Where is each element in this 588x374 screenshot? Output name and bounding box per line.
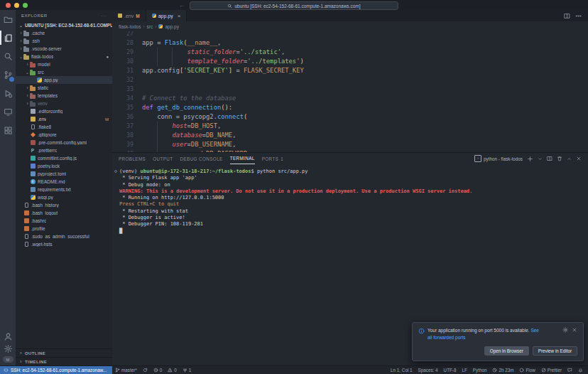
activity-remote-explorer-icon[interactable] xyxy=(0,102,16,121)
new-terminal-icon[interactable] xyxy=(527,156,533,162)
git-status-badge: ● xyxy=(104,55,109,59)
tree-item-app.py[interactable]: app.py xyxy=(16,76,112,84)
command-center[interactable]: ubuntu [SSH: ec2-54-152-68-61.compute-1.… xyxy=(190,1,398,10)
activity-source-control-icon[interactable] xyxy=(0,65,16,84)
status-lf[interactable]: LF xyxy=(459,366,469,374)
activity-extensions-icon[interactable] xyxy=(0,121,16,139)
panel-tab-problems[interactable]: PROBLEMS xyxy=(119,153,146,164)
folder-icon xyxy=(30,62,36,68)
breadcrumb-item[interactable]: flask-todos xyxy=(119,24,141,29)
tree-item-.bash-history[interactable]: .bash_history xyxy=(16,201,112,209)
activity-remote-folder-icon[interactable] xyxy=(0,10,16,28)
tree-item-.vscode-server[interactable]: ›.vscode-server xyxy=(16,45,112,53)
preview-in-editor-button[interactable]: Preview in Editor xyxy=(533,346,577,356)
tree-item-.profile[interactable]: .profile xyxy=(16,225,112,233)
status-master[interactable]: master* xyxy=(112,366,140,374)
sidebar-section-timeline[interactable]: › TIMELINE xyxy=(16,357,112,365)
tree-item-README.md[interactable]: iREADME.md xyxy=(16,178,112,186)
split-terminal-icon[interactable] xyxy=(547,156,552,161)
sidebar-title: EXPLORER xyxy=(21,14,48,18)
tree-item-static[interactable]: ›static xyxy=(16,84,112,92)
status-ln-1-col-1[interactable]: Ln 1, Col 1 xyxy=(388,366,415,374)
tree-item-.cache[interactable]: ›.cache xyxy=(16,29,112,37)
tree-item-venv[interactable]: ›venv xyxy=(16,100,112,107)
tree-item-label: .sudo_as_admin_successful xyxy=(31,234,89,239)
tree-item-wsgi.py[interactable]: wsgi.py xyxy=(16,193,112,201)
tree-item-.sudo-as-admin-successful[interactable]: .sudo_as_admin_successful xyxy=(16,233,112,240)
tree-item-.env[interactable]: .envM xyxy=(16,115,112,123)
terminal-line: * Running on http://127.0.0.1:5000 xyxy=(119,195,585,201)
breadcrumb[interactable]: flask-todos›src›app.py xyxy=(112,21,588,31)
status-utf-8[interactable]: UTF-8 xyxy=(441,366,459,374)
editor-tab-.env[interactable]: .envM xyxy=(112,10,146,21)
tree-item-.prettierrc[interactable]: P.prettierrc xyxy=(16,146,112,154)
panel-tab-debug-console[interactable]: DEBUG CONSOLE xyxy=(180,153,223,164)
panel-tab-ports[interactable]: PORTS1 xyxy=(262,153,283,164)
tree-item-.bashrc[interactable]: .bashrc xyxy=(16,217,112,225)
maximize-window-button[interactable] xyxy=(23,3,28,8)
status-0[interactable]: 0 xyxy=(165,366,180,374)
maximize-panel-icon[interactable] xyxy=(567,156,572,161)
code-line: 28app = Flask(__name__, xyxy=(112,38,588,48)
file-icon xyxy=(30,164,36,169)
close-window-button[interactable] xyxy=(6,3,11,8)
split-editor-icon[interactable] xyxy=(564,13,570,19)
window-title: ubuntu [SSH: ec2-54-152-68-61.compute-1.… xyxy=(234,4,360,9)
tree-item-flask-todos[interactable]: ⌄flask-todos● xyxy=(16,53,112,60)
tree-item-label: .editorconfig xyxy=(38,109,62,114)
activity-accounts-icon[interactable] xyxy=(4,332,13,341)
tree-item-poetry.lock[interactable]: poetry.lock xyxy=(16,162,112,170)
explorer-more-actions-icon[interactable]: ··· xyxy=(102,14,107,18)
activity-explorer-icon[interactable] xyxy=(0,28,16,47)
open-in-browser-button[interactable]: Open in Browser xyxy=(484,346,529,356)
notification-close-icon[interactable] xyxy=(572,327,577,341)
activity-profile-badge[interactable]: M xyxy=(3,356,13,363)
remote-indicator[interactable]: SSH: ec2-54-152-68-61.compute-1.amazonaw… xyxy=(0,366,112,374)
tab-close-icon[interactable]: × xyxy=(178,13,181,19)
tree-item-commitlint.config.js[interactable]: commitlint.config.js xyxy=(16,154,112,162)
kill-terminal-icon[interactable] xyxy=(557,156,562,161)
editor-more-actions-icon[interactable] xyxy=(575,13,582,19)
activity-search-icon[interactable] xyxy=(0,47,16,65)
tree-item-.pre-commit-config.yaml[interactable]: .pre-commit-config.yaml xyxy=(16,139,112,146)
status-0[interactable]: 0 xyxy=(151,366,165,374)
tree-item-pyproject.toml[interactable]: pyproject.toml xyxy=(16,170,112,178)
status-sync[interactable] xyxy=(140,366,151,374)
status-prettier[interactable]: Prettier xyxy=(538,366,565,374)
terminal-dropdown-icon[interactable] xyxy=(538,156,543,161)
workspace-root-label: UBUNTU [SSH: EC2-54-152-68-61.COMPU... xyxy=(25,23,112,28)
notification-settings-icon[interactable] xyxy=(562,327,568,341)
code-editor[interactable]: 2728app = Flask(__name__,29 static_folde… xyxy=(112,31,588,152)
workspace-root-row[interactable]: ⌄ UBUNTU [SSH: EC2-54-152-68-61.COMPU... xyxy=(16,21,112,29)
tree-item-templates[interactable]: ›templates xyxy=(16,92,112,100)
breadcrumb-item[interactable]: src xyxy=(147,24,153,29)
history-back-icon[interactable]: ← xyxy=(179,2,185,9)
tree-item-.gitignore[interactable]: .gitignore xyxy=(16,131,112,139)
tree-item-.flake8[interactable]: .flake8 xyxy=(16,123,112,131)
tree-item-model[interactable]: ›model xyxy=(16,60,112,68)
panel-tab-output[interactable]: OUTPUT xyxy=(153,153,173,164)
status-feedback[interactable] xyxy=(565,366,575,374)
tree-item-.editorconfig[interactable]: .editorconfig xyxy=(16,107,112,115)
tree-item-.bash-logout[interactable]: .bash_logout xyxy=(16,209,112,217)
folder-icon xyxy=(30,101,36,107)
tree-item-requirements.txt[interactable]: requirements.txt xyxy=(16,186,112,193)
editor-tab-app.py[interactable]: app.py× xyxy=(146,10,187,21)
status-flow[interactable]: Flow xyxy=(516,366,538,374)
close-panel-icon[interactable] xyxy=(576,156,582,161)
status-bell[interactable] xyxy=(575,366,586,374)
breadcrumb-item[interactable]: app.py xyxy=(165,24,179,29)
tree-item-.ssh[interactable]: ›.ssh xyxy=(16,37,112,45)
panel-tab-terminal[interactable]: TERMINAL xyxy=(230,153,255,164)
tree-item-src[interactable]: ⌄src xyxy=(16,68,112,76)
tree-item-.wget-hsts[interactable]: .wget-hsts xyxy=(16,240,112,248)
minimize-window-button[interactable] xyxy=(14,3,19,8)
status-2h-23m[interactable]: 2h 23m xyxy=(489,366,516,374)
activity-run-and-debug-icon[interactable] xyxy=(0,84,16,102)
status-python[interactable]: Python xyxy=(470,366,490,374)
status-spaces-4[interactable]: Spaces: 4 xyxy=(415,366,441,374)
sidebar-section-outline[interactable]: › OUTLINE xyxy=(16,348,112,357)
terminal-instance-item[interactable]: ›python - flask-todos xyxy=(474,155,523,162)
status-1[interactable]: 1 xyxy=(180,366,195,374)
activity-manage-icon[interactable] xyxy=(4,344,13,353)
